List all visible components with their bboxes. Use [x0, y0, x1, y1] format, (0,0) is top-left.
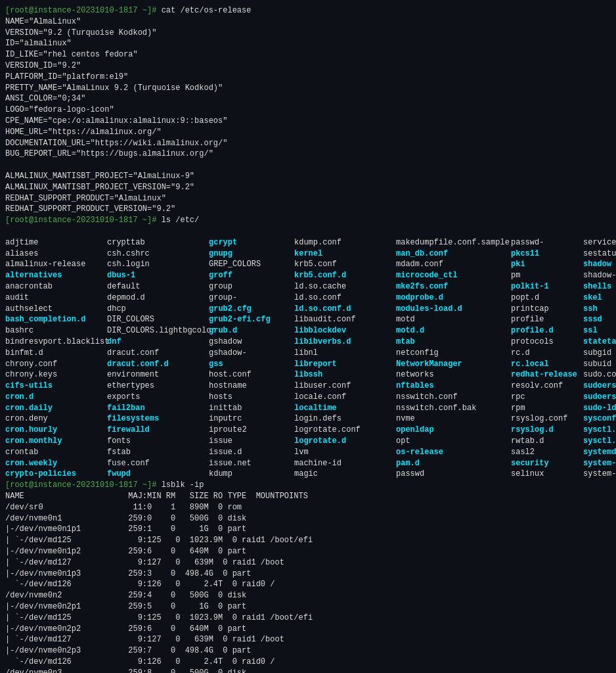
cmd-line-1: [root@instance-20231010-1817 ~]# cat /et… [5, 5, 611, 16]
os-release-version: VERSION="9.2 (Turquoise Kodkod)" [5, 28, 611, 39]
cmd-line-lsblk: [root@instance-20231010-1817 ~]# lsblk -… [5, 480, 611, 491]
ls-output: adjtime aliases almalinux-release altern… [5, 226, 611, 480]
terminal-window[interactable]: [root@instance-20231010-1817 ~]# cat /et… [5, 5, 611, 673]
lsblk-header: NAME MAJ:MIN RM SIZE RO TYPE MOUNTPOINTS [5, 491, 611, 502]
cmd-line-ls: [root@instance-20231010-1817 ~]# ls /etc… [5, 215, 611, 226]
os-release-output: NAME="AlmaLinux" [5, 16, 611, 28]
